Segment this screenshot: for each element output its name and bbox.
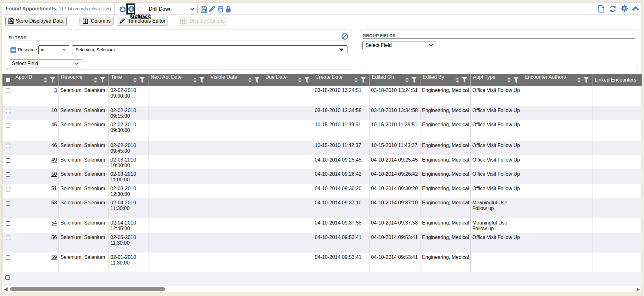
svg-text:Go Back: Go Back — [131, 14, 151, 19]
